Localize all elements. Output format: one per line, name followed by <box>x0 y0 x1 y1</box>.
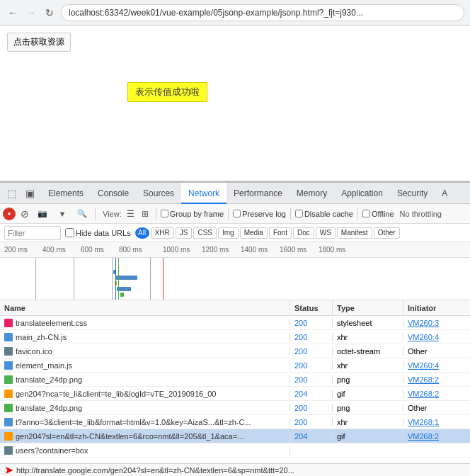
cell-status: 200 <box>290 361 333 370</box>
table-row[interactable]: favicon.ico200octet-streamOther <box>0 344 470 358</box>
grid-view-icon[interactable]: ⊞ <box>139 208 151 220</box>
filter-tag-font[interactable]: Font <box>269 227 292 239</box>
table-row[interactable]: translate_24dp.png200pngOther <box>0 401 470 415</box>
cursor-icon[interactable]: ⬚ <box>3 185 20 202</box>
cell-name: users?container=box <box>0 446 290 455</box>
filter-tag-xhr[interactable]: XHR <box>151 227 174 239</box>
tab-more[interactable]: A <box>435 183 454 204</box>
group-by-frame-label[interactable]: Group by frame <box>161 210 224 218</box>
initiator-link[interactable]: VM260:3 <box>408 319 439 327</box>
table-row[interactable]: t?anno=3&client=te_lib&format=html&v=1.0… <box>0 415 470 429</box>
disable-cache-checkbox[interactable] <box>295 210 303 217</box>
page-area: 点击获取资源 表示传值成功啦 <box>0 26 470 181</box>
tl-bar-5 <box>120 293 124 297</box>
col-header-type[interactable]: Type <box>333 300 403 315</box>
refresh-button[interactable]: ↻ <box>42 6 57 20</box>
search-icon[interactable]: 🔍 <box>74 205 91 222</box>
hide-data-urls-checkbox[interactable] <box>65 228 74 237</box>
hide-data-urls-label[interactable]: Hide data URLs <box>65 228 131 237</box>
file-type-icon <box>4 375 13 384</box>
preserve-log-checkbox[interactable] <box>233 210 241 217</box>
filter-tag-other[interactable]: Other <box>374 227 400 239</box>
tab-memory[interactable]: Memory <box>290 183 334 204</box>
disable-cache-label[interactable]: Disable cache <box>295 210 353 218</box>
tick-400: 400 ms <box>42 242 66 257</box>
table-row[interactable]: element_main.js200xhrVM260:4 <box>0 358 470 373</box>
cell-initiator: VM268:1 <box>403 418 470 426</box>
fetch-resource-button[interactable]: 点击获取资源 <box>7 33 71 52</box>
filter-tag-img[interactable]: Img <box>218 227 239 239</box>
back-button[interactable]: ← <box>6 6 20 20</box>
initiator-link[interactable]: VM268:2 <box>408 432 439 441</box>
tick-1800: 1800 ms <box>319 242 345 257</box>
filter-tag-css[interactable]: CSS <box>193 227 217 239</box>
cell-status: 204 <box>290 432 333 441</box>
filter-input[interactable] <box>4 226 61 240</box>
file-type-icon <box>4 319 13 327</box>
tab-performance[interactable]: Performance <box>227 183 290 204</box>
table-row[interactable]: translateelement.css200stylesheetVM260:3 <box>0 316 470 330</box>
tab-security[interactable]: Security <box>390 183 435 204</box>
initiator-link[interactable]: VM260:4 <box>408 361 439 370</box>
cell-type: png <box>333 375 403 384</box>
table-row[interactable]: translate_24dp.png200pngVM268:2 <box>0 373 470 387</box>
filter-tag-doc[interactable]: Doc <box>293 227 314 239</box>
timeline-header: 200 ms 400 ms 600 ms 800 ms 1000 ms 1200… <box>0 242 470 258</box>
filter-tag-manifest[interactable]: Manifest <box>337 227 372 239</box>
table-row[interactable]: main_zh-CN.js200xhrVM260:4 <box>0 330 470 344</box>
table-row[interactable]: gen204?nca=te_li&client=te_lib&logId=vTE… <box>0 387 470 401</box>
device-icon[interactable]: ▣ <box>21 185 38 202</box>
cell-initiator: Other <box>403 404 470 412</box>
tab-console[interactable]: Console <box>91 183 136 204</box>
col-header-name[interactable]: Name <box>0 300 290 315</box>
address-bar[interactable]: localhost:63342/week01/vue-example/05jso… <box>61 4 464 21</box>
list-view-icon[interactable]: ☰ <box>125 208 137 220</box>
filter-icon[interactable]: ▼ <box>54 205 71 222</box>
cell-initiator: Other <box>403 347 470 356</box>
initiator-link[interactable]: VM260:4 <box>408 333 439 341</box>
cell-status: 200 <box>290 375 333 384</box>
col-header-initiator[interactable]: Initiator <box>403 300 470 315</box>
offline-label[interactable]: Offline <box>362 210 394 218</box>
file-type-icon <box>4 404 13 412</box>
filter-tag-ws[interactable]: WS <box>316 227 336 239</box>
table-row[interactable]: gen204?sl=en&tl=zh-CN&textlen=6&rco=nmt&… <box>0 429 470 443</box>
toolbar-separator <box>95 208 96 220</box>
tab-sources[interactable]: Sources <box>136 183 181 204</box>
filter-tag-all[interactable]: All <box>135 227 149 239</box>
initiator-link[interactable]: VM268:1 <box>408 418 439 426</box>
clear-button[interactable]: ⊘ <box>18 208 31 220</box>
filter-tags: All XHR JS CSS Img Media Font Doc WS Man… <box>135 227 400 239</box>
cell-status: 204 <box>290 390 333 398</box>
tab-elements[interactable]: Elements <box>41 183 91 204</box>
col-header-status[interactable]: Status <box>290 300 333 315</box>
filter-tag-js[interactable]: JS <box>176 227 193 239</box>
table-row[interactable]: users?container=box <box>0 443 470 458</box>
initiator-link[interactable]: VM268:2 <box>408 390 439 398</box>
cell-status: 200 <box>290 347 333 356</box>
tab-application[interactable]: Application <box>334 183 390 204</box>
offline-checkbox[interactable] <box>362 210 370 217</box>
cell-status: 200 <box>290 418 333 426</box>
devtools-tabs: ⬚ ▣ Elements Console Sources Network Per… <box>0 183 470 204</box>
cursor-line-blue <box>115 258 116 300</box>
toolbar-separator-2 <box>156 208 156 220</box>
cell-status: 200 <box>290 319 333 327</box>
tab-network[interactable]: Network <box>181 183 227 204</box>
throttle-dropdown[interactable]: No throttling <box>400 210 442 218</box>
initiator-link[interactable]: VM268:2 <box>408 375 439 384</box>
cell-name: element_main.js <box>0 361 290 370</box>
camera-icon[interactable]: 📷 <box>34 205 51 222</box>
preserve-log-label[interactable]: Preserve log <box>233 210 286 218</box>
timeline-chart <box>0 258 470 300</box>
group-by-frame-checkbox[interactable] <box>161 210 168 217</box>
toast-message: 表示传值成功啦 <box>127 82 207 102</box>
record-button[interactable]: ● <box>3 208 16 220</box>
cell-initiator: VM268:2 <box>403 375 470 384</box>
cursor-line-red <box>163 258 164 300</box>
forward-button[interactable]: → <box>24 6 38 20</box>
filter-bar: Hide data URLs All XHR JS CSS Img Media … <box>0 224 470 242</box>
file-type-icon <box>4 347 13 356</box>
filter-tag-media[interactable]: Media <box>240 227 268 239</box>
vline-2 <box>74 258 74 300</box>
